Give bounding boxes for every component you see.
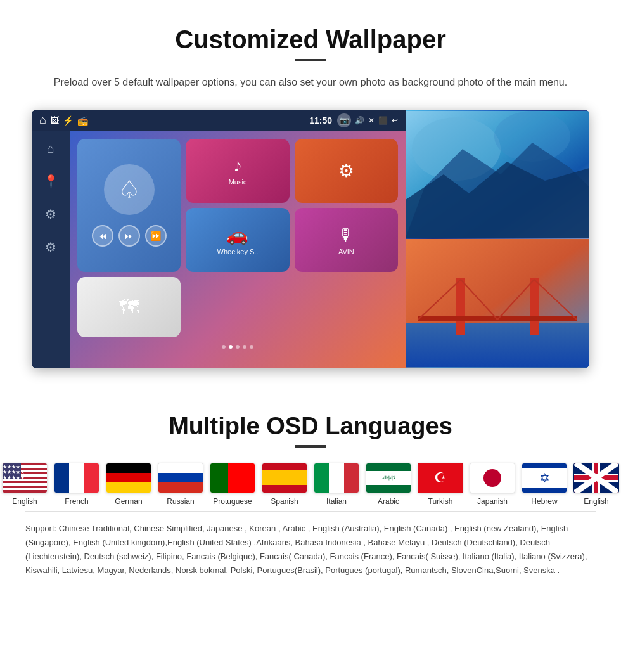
dot-5 (250, 345, 253, 349)
flag-item-spanish: Spanish (262, 463, 307, 506)
nav-settings-icon: ⚙ (45, 240, 56, 255)
bt-prev-icon[interactable]: ⏮ (92, 225, 113, 247)
germany-black (106, 463, 151, 473)
flag-portugal (210, 463, 255, 493)
status-icons-left: ⌂ 🖼 ⚡ 📻 (39, 113, 304, 127)
dot-1 (222, 345, 226, 349)
flag-italy (314, 463, 359, 493)
bt-pause-icon[interactable]: ⏭ (118, 225, 140, 247)
flag-label-german: German (115, 497, 142, 506)
germany-gold (106, 482, 151, 492)
japan-circle (483, 469, 501, 487)
italy-green (314, 463, 329, 493)
wallpaper-title: Customized Wallpaper (25, 25, 596, 54)
device-sidebar: ⌂ 📍 ⚙ ⚙ (32, 131, 70, 368)
nav-location-icon: 📍 (43, 174, 59, 189)
russia-white (158, 463, 203, 473)
flag-label-english-uk: English (584, 497, 608, 506)
nav-equalizer-icon: ⚙ (45, 207, 56, 222)
device-screen: ⌂ 🖼 ⚡ 📻 11:50 📷 🔊 ✕ ⬛ ↩ ⌂ (32, 110, 406, 368)
arabic-green-bot (366, 485, 411, 493)
maps-icon: 🗺 (119, 295, 139, 319)
flag-label-arabic: Arabic (378, 497, 399, 506)
wallpaper-thumb-ice[interactable] (406, 110, 589, 239)
israel-mid: ✡ (522, 468, 567, 488)
russia-red (158, 482, 203, 492)
app-tile-avin[interactable]: 🎙 AVIN (295, 208, 398, 272)
volume-icon: 🔊 (355, 116, 364, 125)
app-tile-wheelkey[interactable]: 🚗 Wheelkey S.. (186, 208, 289, 272)
portugal-green (210, 463, 228, 493)
usa-stars: ★★★★★★★★★★★★★★★ (3, 463, 21, 481)
flag-item-japanese: Japanish (470, 463, 515, 506)
app-tile-settings[interactable]: ⚙ (295, 139, 398, 203)
avin-label: AVIN (338, 248, 354, 255)
flag-france (54, 463, 99, 493)
bridge-image (406, 239, 589, 368)
flag-label-italian: Italian (326, 497, 347, 506)
bt-next-icon[interactable]: ⏩ (145, 225, 167, 247)
flags-row: ★★★★★★★★★★★★★★★ English French German (25, 463, 596, 506)
usa-stripes: ★★★★★★★★★★★★★★★ (3, 463, 47, 493)
wallpaper-thumb-bridge[interactable] (406, 239, 589, 368)
device-body: ⌂ 📍 ⚙ ⚙ ♤ ⏮ ⏭ ⏩ (32, 131, 406, 368)
status-icons-right: 📷 🔊 ✕ ⬛ ↩ (337, 113, 398, 127)
microphone-icon: 🎙 (337, 224, 355, 245)
dot-2 (229, 345, 233, 349)
languages-section: Multiple OSD Languages (0, 387, 621, 603)
arabic-text: لا إله إلا الله (382, 475, 395, 481)
spain-red-top (262, 463, 307, 471)
flag-label-french: French (65, 497, 88, 506)
flag-label-spanish: Spanish (271, 497, 298, 506)
israel-stripe-top (522, 463, 567, 468)
flag-item-italian: Italian (314, 463, 359, 506)
radio-icon: 📻 (77, 115, 88, 126)
app-tile-music[interactable]: ♪ Music (186, 139, 289, 203)
flag-label-japanese: Japanish (477, 497, 508, 506)
spain-yellow (262, 470, 307, 485)
nav-home-icon: ⌂ (47, 141, 54, 156)
flag-spain (262, 463, 307, 493)
close-icon: ✕ (368, 116, 375, 125)
star-of-david-icon: ✡ (539, 470, 550, 486)
image-icon: 🖼 (50, 115, 59, 126)
app-tile-maps[interactable]: 🗺 (77, 277, 181, 337)
wallpaper-description: Preload over 5 default wallpaper options… (51, 74, 570, 91)
dot-4 (243, 345, 246, 349)
music-label: Music (229, 178, 247, 186)
back-icon: ↩ (392, 116, 398, 125)
device-mockup: ⌂ 🖼 ⚡ 📻 11:50 📷 🔊 ✕ ⬛ ↩ ⌂ (32, 110, 589, 368)
israel-stripe-bot (522, 488, 567, 493)
wheelkey-label: Wheelkey S.. (217, 248, 259, 255)
settings-sliders-icon: ⚙ (338, 160, 354, 181)
wallpaper-thumbnails (406, 110, 589, 368)
flag-item-english-us: ★★★★★★★★★★★★★★★ English (2, 463, 48, 506)
flag-item-portuguese: Protuguese (210, 463, 255, 506)
flag-russia (158, 463, 203, 493)
flag-japan (470, 463, 515, 493)
flag-item-russian: Russian (158, 463, 203, 506)
uk-cross (574, 463, 618, 493)
app-tile-bluetooth[interactable]: ♤ ⏮ ⏭ ⏩ (77, 139, 181, 272)
flag-label-hebrew: Hebrew (531, 497, 557, 506)
bluetooth-controls: ⏮ ⏭ ⏩ (92, 225, 167, 247)
portugal-red (228, 463, 255, 493)
flag-item-turkish: ☪ Turkish (418, 463, 463, 506)
italy-red (344, 463, 359, 493)
svg-rect-8 (530, 278, 539, 335)
spain-red-bot (262, 485, 307, 493)
flag-item-french: French (54, 463, 99, 506)
languages-divider (295, 445, 326, 448)
svg-rect-7 (456, 278, 465, 335)
flag-label-turkish: Turkish (428, 497, 453, 506)
turkey-crescent-icon: ☪ (434, 470, 447, 486)
usa-canton: ★★★★★★★★★★★★★★★ (3, 463, 21, 479)
flag-uk (573, 463, 619, 493)
flag-item-arabic: لا إله إلا الله Arabic (366, 463, 411, 506)
flag-israel: ✡ (522, 463, 567, 493)
flag-usa: ★★★★★★★★★★★★★★★ (2, 463, 48, 493)
flag-item-german: German (106, 463, 151, 506)
support-text: Support: Chinese Traditional, Chinese Si… (25, 511, 596, 590)
russia-blue (158, 473, 203, 482)
device-app-grid: ♤ ⏮ ⏭ ⏩ ♪ Music (70, 131, 406, 368)
